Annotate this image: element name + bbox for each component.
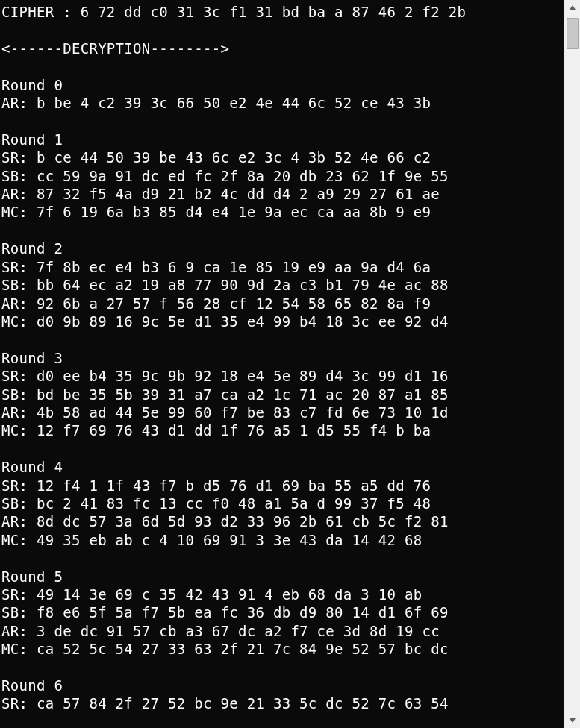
terminal-line: MC: d0 9b 89 16 9c 5e d1 35 e4 99 b4 18 … [1, 313, 562, 330]
scroll-down-arrow[interactable] [565, 713, 580, 728]
terminal-line: SB: f8 e6 5f 5a f7 5b ea fc 36 db d9 80 … [1, 603, 562, 621]
terminal-line [1, 21, 562, 39]
terminal-line [1, 549, 562, 567]
terminal-line [1, 222, 562, 239]
terminal-line [1, 440, 562, 458]
terminal-line [1, 659, 562, 677]
terminal-line: AR: 87 32 f5 4a d9 21 b2 4c dd d4 2 a9 2… [1, 185, 562, 203]
terminal-line: Round 6 [1, 677, 562, 694]
scroll-up-arrow[interactable] [565, 0, 580, 15]
terminal-line: MC: 12 f7 69 76 43 d1 dd 1f 76 a5 1 d5 5… [1, 421, 562, 439]
terminal-line: Round 2 [1, 239, 562, 257]
terminal-line: MC: 7f 6 19 6a b3 85 d4 e4 1e 9a ec ca a… [1, 203, 562, 221]
terminal-line: SB: bc 2 41 83 fc 13 cc f0 48 a1 5a d 99… [1, 495, 562, 512]
vertical-scrollbar[interactable] [564, 0, 580, 728]
terminal-line: Round 1 [1, 131, 562, 148]
terminal-line [1, 330, 562, 348]
scroll-thumb[interactable] [567, 18, 579, 49]
terminal-line: SB: bb 64 ec a2 19 a8 77 90 9d 2a c3 b1 … [1, 276, 562, 294]
terminal-line [1, 57, 562, 75]
terminal-line: Round 3 [1, 349, 562, 367]
terminal-line: MC: ca 52 5c 54 27 33 63 2f 21 7c 84 9e … [1, 640, 562, 658]
terminal-line: <------DECRYPTION--------> [1, 40, 562, 57]
terminal-line: Round 0 [1, 76, 562, 94]
terminal-line: SR: b ce 44 50 39 be 43 6c e2 3c 4 3b 52… [1, 148, 562, 166]
terminal-output: CIPHER : 6 72 dd c0 31 3c f1 31 bd ba a … [0, 0, 564, 728]
terminal-line: SR: 12 f4 1 1f 43 f7 b d5 76 d1 69 ba 55… [1, 477, 562, 495]
terminal-line: CIPHER : 6 72 dd c0 31 3c f1 31 bd ba a … [1, 3, 562, 21]
terminal-line: SB: bd be 35 5b 39 31 a7 ca a2 1c 71 ac … [1, 386, 562, 404]
terminal-line: AR: 4b 58 ad 44 5e 99 60 f7 be 83 c7 fd … [1, 404, 562, 421]
scroll-track[interactable] [565, 15, 580, 713]
terminal-line: AR: 8d dc 57 3a 6d 5d 93 d2 33 96 2b 61 … [1, 512, 562, 530]
terminal-line: SR: d0 ee b4 35 9c 9b 92 18 e4 5e 89 d4 … [1, 367, 562, 385]
terminal-line [1, 112, 562, 130]
terminal-line: AR: 3 de dc 91 57 cb a3 67 dc a2 f7 ce 3… [1, 622, 562, 640]
terminal-line: Round 4 [1, 458, 562, 476]
terminal-line: SR: 7f 8b ec e4 b3 6 9 ca 1e 85 19 e9 aa… [1, 258, 562, 276]
terminal-line: SR: 49 14 3e 69 c 35 42 43 91 4 eb 68 da… [1, 586, 562, 603]
terminal-line: Round 5 [1, 568, 562, 586]
terminal-line: MC: 49 35 eb ab c 4 10 69 91 3 3e 43 da … [1, 531, 562, 549]
terminal-line: AR: 92 6b a 27 57 f 56 28 cf 12 54 58 65… [1, 295, 562, 313]
terminal-line [1, 713, 562, 728]
terminal-line: AR: b be 4 c2 39 3c 66 50 e2 4e 44 6c 52… [1, 94, 562, 112]
terminal-line: SB: cc 59 9a 91 dc ed fc 2f 8a 20 db 23 … [1, 167, 562, 185]
terminal-line: SR: ca 57 84 2f 27 52 bc 9e 21 33 5c dc … [1, 694, 562, 712]
